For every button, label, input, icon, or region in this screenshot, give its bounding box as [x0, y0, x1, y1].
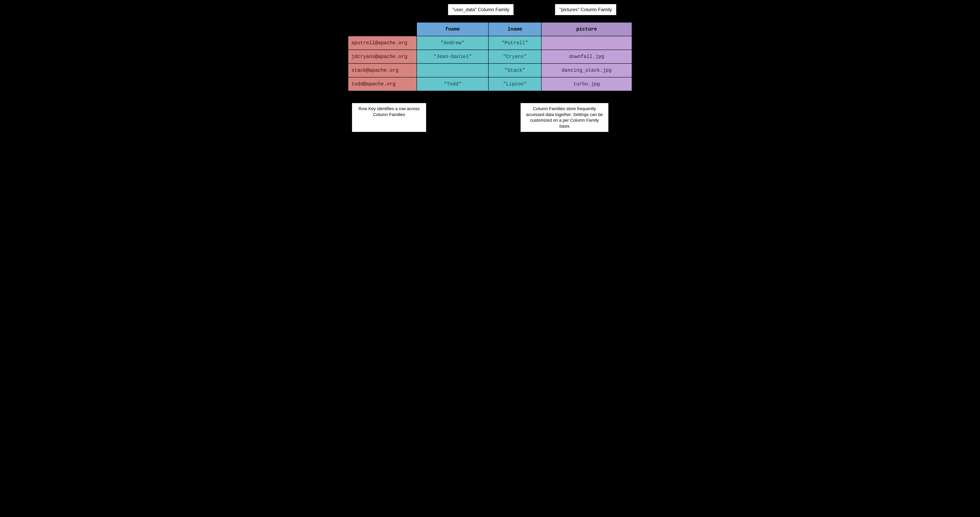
row-key-cell: stack@apache.org — [348, 64, 417, 77]
header-lname: lname — [488, 22, 541, 36]
table-row: stack@apache.org "Stack" dancing_stack.j… — [348, 64, 632, 77]
picture-cell: dancing_stack.jpg — [541, 64, 632, 77]
fname-cell — [417, 64, 488, 77]
picture-cell — [541, 36, 632, 50]
bottom-labels-row: Row Key identifies a row across Column F… — [348, 103, 632, 132]
top-labels-row: "user_data" Column Family "pictures" Col… — [348, 4, 632, 15]
row-key-cell: todd@apache.org — [348, 77, 417, 91]
pictures-cf-label: "pictures" Column Family — [555, 4, 616, 15]
column-family-table: fname lname picture aputrell@apache.org … — [348, 22, 632, 91]
header-fname: fname — [417, 22, 488, 36]
table-row: todd@apache.org "Todd" "Lipcon" turbo.jp… — [348, 77, 632, 91]
picture-cell: turbo.jpg — [541, 77, 632, 91]
fname-cell: "Andrew" — [417, 36, 488, 50]
lname-cell: "Putrell" — [488, 36, 541, 50]
lname-cell: "Stack" — [488, 64, 541, 77]
cf-note: Column Families store frequently accesse… — [520, 103, 609, 132]
corner-cell — [348, 22, 417, 36]
row-key-note: Row Key identifies a row across Column F… — [352, 103, 426, 132]
fname-cell: "Jean-Daniel" — [417, 50, 488, 64]
lname-cell: "Cryans" — [488, 50, 541, 64]
lname-cell: "Lipcon" — [488, 77, 541, 91]
header-row: fname lname picture — [348, 22, 632, 36]
row-key-cell: jdcryans@apache.org — [348, 50, 417, 64]
fname-cell: "Todd" — [417, 77, 488, 91]
table-row: aputrell@apache.org "Andrew" "Putrell" — [348, 36, 632, 50]
header-picture: picture — [541, 22, 632, 36]
user-data-cf-label: "user_data" Column Family — [448, 4, 514, 15]
table-row: jdcryans@apache.org "Jean-Daniel" "Cryan… — [348, 50, 632, 64]
diagram-container: "user_data" Column Family "pictures" Col… — [348, 4, 632, 132]
picture-cell: downfall.jpg — [541, 50, 632, 64]
row-key-cell: aputrell@apache.org — [348, 36, 417, 50]
